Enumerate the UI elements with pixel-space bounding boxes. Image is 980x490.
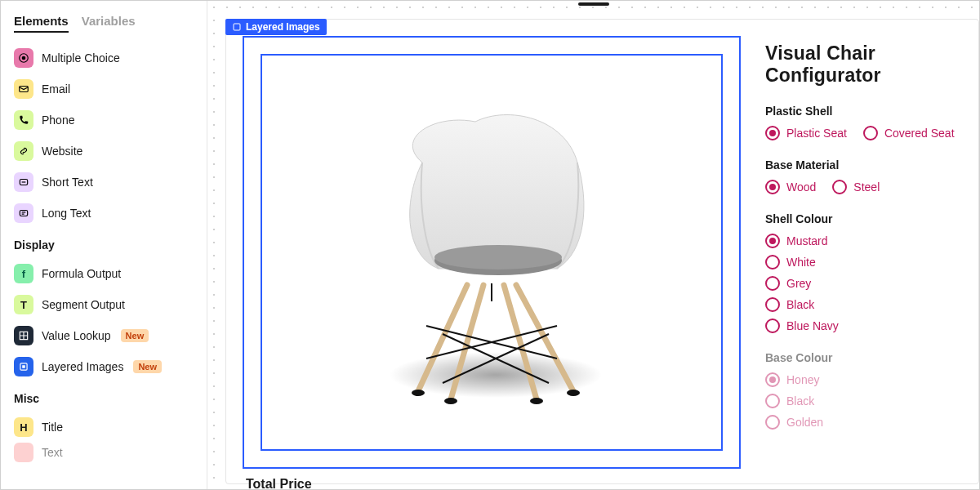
item-layered-images[interactable]: Layered Images New (7, 351, 200, 382)
selection-text: Layered Images (246, 21, 320, 33)
item-label: Phone (42, 114, 74, 127)
config-group: Base MaterialWoodSteel (765, 158, 970, 194)
option-label: Mustard (786, 234, 828, 247)
chair-preview (262, 56, 721, 449)
sidebar-top-items: Multiple Choice Email Phone Website (1, 39, 207, 232)
layered-image-frame[interactable] (243, 36, 741, 469)
option-golden[interactable]: Golden (765, 415, 970, 430)
svg-rect-7 (22, 365, 25, 368)
canvas-card[interactable]: Layered Images (225, 19, 979, 484)
text-peek-icon (14, 443, 33, 462)
svg-point-24 (434, 245, 562, 270)
radio-icon (765, 318, 780, 333)
radio-icon (765, 180, 780, 194)
mail-icon (14, 79, 33, 99)
chair-svg (345, 89, 639, 416)
option-black[interactable]: Black (765, 297, 970, 312)
config-panel: Visual Chair Configurator Plastic ShellP… (765, 42, 970, 448)
option-covered-seat[interactable]: Covered Seat (863, 126, 955, 140)
item-label: Formula Output (42, 267, 121, 280)
option-label: Steel (853, 180, 880, 194)
config-group: Plastic ShellPlastic SeatCovered Seat (765, 105, 970, 140)
item-value-lookup[interactable]: Value Lookup New (7, 320, 200, 351)
option-label: Golden (786, 416, 823, 429)
item-formula-output[interactable]: f Formula Output (7, 258, 200, 289)
option-mustard[interactable]: Mustard (765, 234, 970, 248)
canvas[interactable]: Layered Images (207, 1, 979, 489)
radio-icon (765, 255, 780, 270)
config-group: Base ColourHoneyBlackGolden (765, 351, 970, 430)
radio-icon (765, 126, 780, 140)
radio-dot-icon (14, 48, 33, 68)
fx-icon: f (14, 264, 33, 283)
radio-icon (765, 394, 780, 408)
config-title: Visual Chair Configurator (765, 42, 970, 87)
item-label: Short Text (42, 176, 93, 189)
total-price-label: Total Price (246, 477, 312, 489)
tab-elements[interactable]: Elements (14, 14, 69, 33)
h-icon: H (14, 417, 33, 437)
item-title[interactable]: H Title (7, 412, 200, 443)
option-label: Black (786, 298, 814, 311)
item-label: Value Lookup (42, 329, 111, 342)
option-label: Wood (786, 180, 816, 194)
text-icon (14, 172, 33, 192)
option-label: White (786, 256, 816, 269)
option-plastic-seat[interactable]: Plastic Seat (765, 126, 847, 140)
section-display: Display (1, 232, 207, 255)
tab-variables[interactable]: Variables (82, 14, 136, 33)
item-label: Website (42, 145, 82, 158)
option-steel[interactable]: Steel (832, 180, 880, 194)
svg-point-20 (567, 390, 580, 396)
frame-icon (232, 22, 242, 32)
item-label: Long Text (42, 207, 91, 220)
group-title: Base Material (765, 158, 970, 172)
option-label: Plastic Seat (786, 127, 847, 140)
option-grey[interactable]: Grey (765, 276, 970, 291)
svg-point-22 (530, 398, 543, 404)
option-label: Black (786, 394, 814, 408)
item-website[interactable]: Website (7, 136, 200, 167)
svg-point-1 (22, 56, 26, 60)
option-wood[interactable]: Wood (765, 180, 816, 194)
group-title: Plastic Shell (765, 105, 970, 118)
item-label: Text (42, 446, 63, 459)
option-blue-navy[interactable]: Blue Navy (765, 318, 970, 333)
option-black[interactable]: Black (765, 394, 970, 408)
group-title: Shell Colour (765, 212, 970, 225)
item-multiple-choice[interactable]: Multiple Choice (7, 42, 200, 74)
item-segment-output[interactable]: T Segment Output (7, 289, 200, 320)
selection-label: Layered Images (225, 19, 327, 35)
badge-new: New (133, 360, 162, 373)
long-text-icon (14, 203, 33, 223)
radio-icon (765, 276, 780, 291)
svg-rect-4 (20, 211, 27, 216)
item-long-text[interactable]: Long Text (7, 198, 200, 229)
option-label: Blue Navy (786, 319, 839, 332)
radio-icon (765, 234, 780, 248)
badge-new: New (121, 329, 149, 342)
svg-point-19 (412, 390, 425, 396)
item-label: Title (42, 421, 63, 434)
radio-icon (765, 297, 780, 312)
radio-icon (863, 126, 878, 140)
frame-icon (14, 357, 33, 376)
radio-icon (832, 180, 847, 194)
phone-icon (14, 110, 33, 130)
config-group: Shell ColourMustardWhiteGreyBlackBlue Na… (765, 212, 970, 333)
sidebar-display-items: f Formula Output T Segment Output Value … (1, 255, 207, 385)
drag-handle[interactable] (578, 2, 609, 6)
option-label: Grey (786, 277, 811, 290)
item-short-text[interactable]: Short Text (7, 167, 200, 198)
item-phone[interactable]: Phone (7, 105, 200, 136)
option-white[interactable]: White (765, 255, 970, 270)
sidebar-misc-items: H Title Text (1, 408, 207, 471)
link-icon (14, 141, 33, 161)
option-honey[interactable]: Honey (765, 372, 970, 387)
group-title: Base Colour (765, 351, 970, 364)
option-label: Honey (786, 373, 819, 386)
item-email[interactable]: Email (7, 74, 200, 105)
option-label: Covered Seat (884, 127, 955, 140)
t-icon: T (14, 295, 33, 314)
item-text-peek[interactable]: Text (7, 443, 200, 468)
